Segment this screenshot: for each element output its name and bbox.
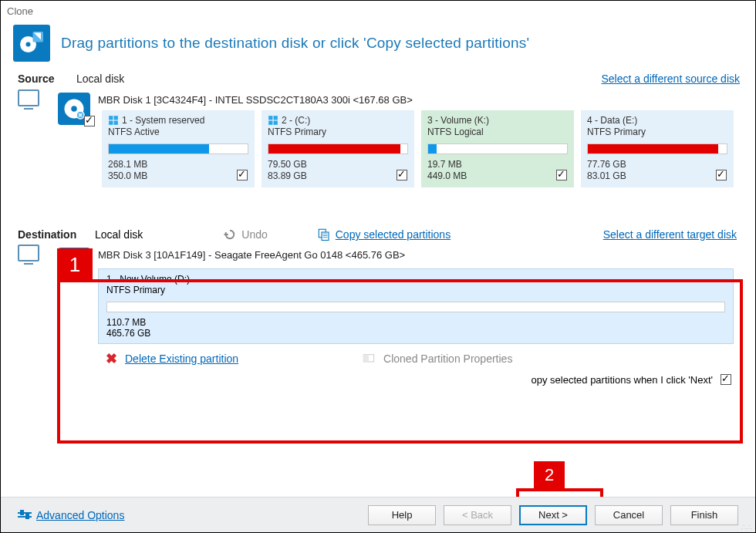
header: Drag partitions to the destination disk … bbox=[1, 19, 755, 69]
source-location: Local disk bbox=[76, 73, 124, 85]
sliders-icon bbox=[18, 512, 32, 518]
resize-grip[interactable]: ∴∴ bbox=[741, 525, 752, 529]
svg-rect-9 bbox=[114, 121, 118, 125]
part-used: 19.7 MB bbox=[427, 159, 568, 170]
cancel-button[interactable]: Cancel bbox=[595, 505, 663, 525]
svg-rect-10 bbox=[268, 116, 272, 120]
clone-icon bbox=[13, 25, 50, 62]
svg-rect-8 bbox=[109, 121, 113, 125]
part-total: 350.0 MB bbox=[108, 170, 248, 182]
source-label: Source bbox=[18, 73, 67, 85]
svg-rect-12 bbox=[268, 121, 272, 125]
svg-rect-15 bbox=[322, 232, 329, 241]
part-usage-bar bbox=[587, 143, 727, 154]
windows-icon bbox=[108, 115, 119, 126]
destination-label: Destination bbox=[18, 228, 78, 241]
part-type: NTFS Primary bbox=[268, 127, 408, 137]
dest-part-usage-bar bbox=[106, 302, 725, 312]
copy-partitions-label: Copy selected partitions bbox=[336, 228, 451, 241]
part-title: 3 - Volume (K:) bbox=[427, 115, 489, 126]
monitor-icon bbox=[18, 89, 39, 106]
part-used: 79.50 GB bbox=[268, 159, 408, 170]
part-used: 268.1 MB bbox=[108, 159, 248, 170]
select-target-link[interactable]: Select a different target disk bbox=[603, 228, 737, 241]
finish-button[interactable]: Finish bbox=[670, 505, 738, 525]
svg-rect-7 bbox=[114, 116, 118, 120]
part-checkbox[interactable] bbox=[556, 170, 567, 180]
select-all-source-checkbox[interactable] bbox=[84, 116, 95, 127]
advanced-options-link[interactable]: Advanced Options bbox=[18, 509, 124, 521]
part-title: 4 - Data (E:) bbox=[587, 115, 637, 126]
copy-partitions-button[interactable]: Copy selected partitions bbox=[317, 228, 451, 241]
part-usage-bar bbox=[108, 143, 248, 154]
header-message: Drag partitions to the destination disk … bbox=[61, 35, 529, 52]
svg-rect-6 bbox=[109, 116, 113, 120]
windows-icon bbox=[268, 115, 278, 126]
part-checkbox[interactable] bbox=[716, 170, 727, 180]
undo-label: Undo bbox=[241, 228, 267, 241]
part-checkbox[interactable] bbox=[397, 170, 407, 180]
svg-rect-11 bbox=[274, 116, 278, 120]
source-partition-1[interactable]: 1 - System reservedNTFS Active268.1 MB35… bbox=[102, 110, 255, 187]
copy-on-next-checkbox[interactable] bbox=[721, 374, 731, 385]
source-partition-4[interactable]: 4 - Data (E:)NTFS Primary77.76 GB83.01 G… bbox=[581, 110, 734, 187]
part-type: NTFS Active bbox=[108, 127, 248, 137]
source-partition-2[interactable]: 2 - (C:)NTFS Primary79.50 GB83.89 GB bbox=[262, 110, 414, 187]
part-title: 2 - (C:) bbox=[282, 115, 310, 126]
part-usage-bar bbox=[427, 143, 568, 154]
svg-point-1 bbox=[26, 42, 31, 47]
monitor-icon-dest bbox=[18, 245, 39, 261]
undo-button[interactable]: Undo bbox=[223, 228, 267, 241]
source-partition-3[interactable]: 3 - Volume (K:)NTFS Logical19.7 MB449.0 … bbox=[421, 110, 574, 187]
part-total: 449.0 MB bbox=[427, 170, 568, 182]
part-type: NTFS Primary bbox=[587, 127, 727, 137]
dest-disk-title: MBR Disk 3 [10A1F149] - Seagate FreeAgen… bbox=[98, 248, 734, 265]
select-source-link[interactable]: Select a different source disk bbox=[601, 73, 740, 85]
copy-icon bbox=[317, 228, 331, 241]
footer-bar: Advanced Options Help < Back Next > Canc… bbox=[1, 497, 755, 532]
part-total: 83.01 GB bbox=[587, 170, 727, 182]
part-checkbox[interactable] bbox=[237, 170, 248, 180]
source-header-row: Source Local disk Select a different sou… bbox=[1, 69, 755, 88]
part-title: 1 - System reserved bbox=[122, 115, 204, 126]
window-title: Clone bbox=[1, 1, 755, 19]
svg-point-4 bbox=[71, 106, 77, 112]
help-button[interactable]: Help bbox=[368, 505, 436, 525]
part-usage-bar bbox=[268, 143, 408, 154]
part-type: NTFS Logical bbox=[427, 127, 568, 137]
back-button: < Back bbox=[444, 505, 511, 525]
svg-rect-13 bbox=[274, 121, 278, 125]
annotation-label-2: 2 bbox=[534, 461, 565, 488]
source-disk-title: MBR Disk 1 [3C4324F4] - INTEL SSDSC2CT18… bbox=[98, 93, 734, 110]
advanced-options-label: Advanced Options bbox=[36, 509, 124, 521]
destination-header-row: Destination Local disk Undo Copy selecte… bbox=[1, 228, 755, 241]
part-total: 83.89 GB bbox=[268, 170, 408, 182]
next-button[interactable]: Next > bbox=[519, 505, 587, 525]
annotation-label-1: 1 bbox=[57, 248, 93, 282]
destination-location: Local disk bbox=[95, 228, 143, 241]
part-used: 77.76 GB bbox=[587, 159, 727, 170]
